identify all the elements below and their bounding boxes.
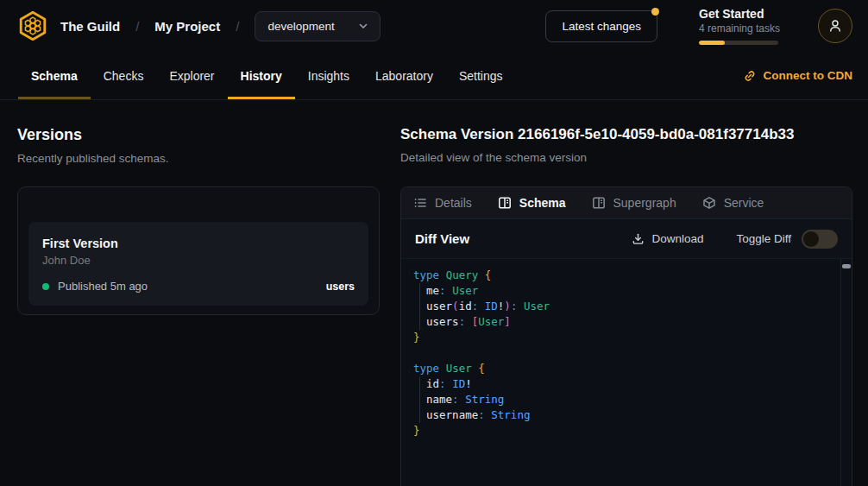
nav-tab-label: Checks xyxy=(104,69,144,83)
version-item-status-row: Published 5m ago users xyxy=(42,280,355,293)
code-line: } xyxy=(413,330,831,345)
main-content: Versions Recently published schemas. Fir… xyxy=(0,100,868,486)
code-line: type Query { xyxy=(413,268,831,283)
code-lines: type Query {me: Useruser(id: ID!): Useru… xyxy=(413,268,831,439)
version-item-title: First Version xyxy=(42,237,355,250)
breadcrumb-project[interactable]: My Project xyxy=(154,19,220,34)
tab-supergraph-label: Supergraph xyxy=(613,196,676,210)
code-line: me: User xyxy=(413,283,831,299)
tab-service[interactable]: Service xyxy=(702,196,764,210)
nav-tab-label: Settings xyxy=(459,69,503,83)
nav-tab-underline xyxy=(446,97,516,99)
get-started-progress-fill xyxy=(699,41,725,45)
diff-view-title: Diff View xyxy=(415,231,469,246)
code-line: users: [User] xyxy=(413,314,831,330)
latest-changes-button[interactable]: Latest changes xyxy=(545,10,657,42)
breadcrumb: The Guild / My Project / xyxy=(60,19,239,34)
code-line xyxy=(413,345,831,361)
tab-schema-label: Schema xyxy=(519,196,566,210)
nav-tab-label: History xyxy=(241,69,282,83)
nav-tab-label: Explorer xyxy=(169,69,214,83)
nav-tab-history[interactable]: History xyxy=(228,52,295,99)
breadcrumb-separator: / xyxy=(236,19,239,34)
tab-details[interactable]: Details xyxy=(413,196,472,210)
tab-schema[interactable]: Schema xyxy=(498,196,566,210)
versions-panel: Versions Recently published schemas. Fir… xyxy=(17,100,380,486)
nav-tab-underline xyxy=(91,97,157,99)
nav-tabs: SchemaChecksExplorerHistoryInsightsLabor… xyxy=(18,52,516,99)
target-selector[interactable]: development xyxy=(255,11,380,41)
version-list-item[interactable]: First Version John Doe Published 5m ago … xyxy=(28,222,368,306)
breadcrumb-org[interactable]: The Guild xyxy=(60,19,120,34)
latest-changes-label: Latest changes xyxy=(562,20,641,33)
download-label: Download xyxy=(651,232,703,245)
version-item-service-badge: users xyxy=(326,281,355,293)
nav-tab-checks[interactable]: Checks xyxy=(91,52,157,99)
nav-tab-underline xyxy=(156,97,227,99)
nav-tab-underline xyxy=(228,97,295,99)
target-nav: SchemaChecksExplorerHistoryInsightsLabor… xyxy=(0,52,868,100)
versions-title: Versions xyxy=(17,126,380,144)
chevron-down-icon xyxy=(357,20,369,32)
target-selector-value: development xyxy=(267,20,334,33)
tab-service-label: Service xyxy=(724,196,764,210)
schema-version-title: Schema Version 2166196f-5e10-4059-bd0a-0… xyxy=(400,126,852,143)
nav-tab-label: Laboratory xyxy=(375,69,433,83)
columns-icon xyxy=(498,196,512,210)
nav-tab-underline xyxy=(295,97,362,99)
get-started-title: Get Started xyxy=(699,7,778,21)
tab-supergraph[interactable]: Supergraph xyxy=(592,196,676,210)
published-status-dot-icon xyxy=(42,283,49,290)
detail-tabs: Details Schema Supergr xyxy=(401,187,852,219)
nav-tab-label: Insights xyxy=(308,69,349,83)
nav-tab-schema[interactable]: Schema xyxy=(18,52,91,99)
schema-sdl-code-viewer[interactable]: type Query {me: Useruser(id: ID!): Useru… xyxy=(401,259,852,486)
get-started-progressbar xyxy=(699,41,778,45)
nav-tab-underline xyxy=(18,97,91,99)
code-scrollbar[interactable] xyxy=(840,259,852,486)
get-started-widget[interactable]: Get Started 4 remaining tasks xyxy=(699,7,778,45)
toggle-diff-switch[interactable] xyxy=(802,230,838,249)
versions-list-card: First Version John Doe Published 5m ago … xyxy=(17,186,380,315)
code-line: type User { xyxy=(413,361,831,376)
code-line: id: ID! xyxy=(413,376,831,392)
nav-tab-explorer[interactable]: Explorer xyxy=(156,52,227,99)
schema-version-subtitle: Detailed view of the schema version xyxy=(400,151,852,164)
diff-view-header: Diff View Download Toggle Diff xyxy=(401,219,852,259)
nav-tab-insights[interactable]: Insights xyxy=(295,52,362,99)
download-icon xyxy=(632,232,645,245)
toggle-diff-knob xyxy=(803,231,819,247)
nav-tab-laboratory[interactable]: Laboratory xyxy=(362,52,446,99)
version-item-status: Published 5m ago xyxy=(58,280,148,293)
nav-tab-settings[interactable]: Settings xyxy=(446,52,516,99)
connect-to-cdn-label: Connect to CDN xyxy=(764,69,853,82)
code-line: } xyxy=(413,423,831,439)
code-line: user(id: ID!): User xyxy=(413,299,831,314)
schema-detail-container: Details Schema Supergr xyxy=(400,186,852,486)
person-icon xyxy=(827,17,844,35)
code-line: username: String xyxy=(413,407,831,423)
version-detail-panel: Schema Version 2166196f-5e10-4059-bd0a-0… xyxy=(400,100,852,486)
breadcrumb-separator: / xyxy=(135,19,139,34)
guild-hive-logo-icon[interactable] xyxy=(16,9,50,43)
columns-icon xyxy=(592,196,606,210)
code-scrollbar-thumb[interactable] xyxy=(842,264,851,268)
download-button[interactable]: Download xyxy=(632,232,703,245)
tab-details-label: Details xyxy=(435,196,472,210)
get-started-remaining-tasks: 4 remaining tasks xyxy=(699,22,778,35)
nav-tab-underline xyxy=(362,97,446,99)
code-line: name: String xyxy=(413,392,831,407)
list-icon xyxy=(413,196,427,210)
nav-tab-label: Schema xyxy=(31,69,78,83)
link-icon xyxy=(743,69,757,83)
user-avatar[interactable] xyxy=(818,9,852,43)
cube-icon xyxy=(702,196,716,210)
top-header: The Guild / My Project / development Lat… xyxy=(0,0,868,52)
toggle-diff-label: Toggle Diff xyxy=(736,232,791,245)
notification-dot xyxy=(651,8,659,16)
connect-to-cdn-button[interactable]: Connect to CDN xyxy=(743,52,853,99)
versions-subtitle: Recently published schemas. xyxy=(17,152,380,165)
version-item-author: John Doe xyxy=(42,254,355,267)
